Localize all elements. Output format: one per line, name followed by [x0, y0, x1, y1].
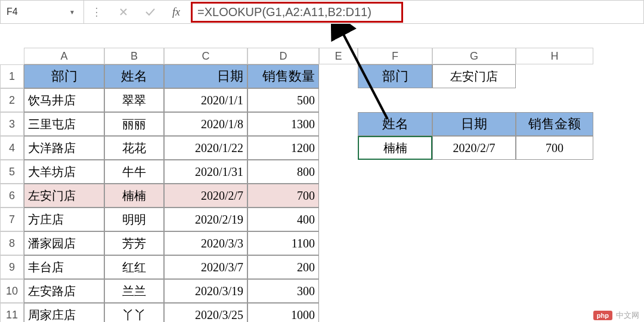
row-header[interactable]: 8	[0, 231, 24, 255]
cell[interactable]: 明明	[104, 208, 164, 231]
table-row: 8 潘家园店 芳芳 2020/3/3 1100	[0, 231, 644, 255]
cell[interactable]	[319, 136, 358, 160]
table-row: 11 周家庄店 丫丫 2020/3/25 1000	[0, 303, 644, 322]
cell[interactable]: 芳芳	[104, 231, 164, 255]
cell[interactable]: 周家庄店	[24, 303, 104, 322]
cell[interactable]: 700	[247, 184, 319, 208]
col-header-B[interactable]: B	[104, 48, 164, 64]
row-header[interactable]: 7	[0, 208, 24, 231]
header-qty[interactable]: 销售数量	[247, 64, 319, 88]
cell[interactable]: 1200	[247, 136, 319, 160]
cancel-icon[interactable]	[119, 7, 128, 17]
col-header-G[interactable]: G	[432, 48, 516, 64]
cell[interactable]: 400	[247, 208, 319, 231]
cell[interactable]: 1300	[247, 112, 319, 136]
cell[interactable]: 左安路店	[24, 279, 104, 303]
row-header[interactable]: 9	[0, 255, 24, 279]
row-header[interactable]: 1	[0, 64, 24, 88]
row-header[interactable]: 4	[0, 136, 24, 160]
cell[interactable]: 左安门店	[24, 184, 104, 208]
cell[interactable]: 2020/2/19	[164, 208, 247, 231]
row-header[interactable]: 6	[0, 184, 24, 208]
table-row: 1 部门 姓名 日期 销售数量 部门 左安门店	[0, 64, 644, 88]
table-row: 6 左安门店 楠楠 2020/2/7 700	[0, 184, 644, 208]
cell[interactable]: 1100	[247, 231, 319, 255]
result-name[interactable]: 楠楠	[358, 136, 432, 160]
name-box[interactable]: F4 ▼	[1, 1, 84, 23]
cell[interactable]: 丽丽	[104, 112, 164, 136]
table-row: 7 方庄店 明明 2020/2/19 400	[0, 208, 644, 231]
cell[interactable]: 2020/3/7	[164, 255, 247, 279]
row-header[interactable]: 5	[0, 160, 24, 184]
header-dept[interactable]: 部门	[24, 64, 104, 88]
cell[interactable]: 饮马井店	[24, 88, 104, 112]
col-header-D[interactable]: D	[247, 48, 319, 64]
header-date[interactable]: 日期	[164, 64, 247, 88]
col-header-H[interactable]: H	[516, 48, 593, 64]
result-date[interactable]: 2020/2/7	[432, 136, 516, 160]
row-header[interactable]: 2	[0, 88, 24, 112]
table-row: 10 左安路店 兰兰 2020/3/19 300	[0, 279, 644, 303]
lookup-value-dept[interactable]: 左安门店	[432, 64, 516, 88]
cell[interactable]	[319, 64, 358, 88]
cell[interactable]: 2020/1/22	[164, 136, 247, 160]
cell[interactable]: 牛牛	[104, 160, 164, 184]
cell[interactable]: 200	[247, 255, 319, 279]
cell[interactable]: 楠楠	[104, 184, 164, 208]
col-header-A[interactable]: A	[24, 48, 104, 64]
cell[interactable]: 2020/1/31	[164, 160, 247, 184]
col-header-F[interactable]: F	[358, 48, 432, 64]
cell[interactable]: 丫丫	[104, 303, 164, 322]
cell[interactable]: 三里屯店	[24, 112, 104, 136]
cell[interactable]: 1000	[247, 303, 319, 322]
cell[interactable]	[516, 64, 593, 88]
cell[interactable]: 方庄店	[24, 208, 104, 231]
row-header[interactable]: 3	[0, 112, 24, 136]
cell[interactable]: 500	[247, 88, 319, 112]
cell[interactable]	[358, 88, 432, 112]
cell[interactable]: 红红	[104, 255, 164, 279]
table-row: 3 三里屯店 丽丽 2020/1/8 1300 姓名 日期 销售金额	[0, 112, 644, 136]
cell[interactable]: 兰兰	[104, 279, 164, 303]
cell[interactable]	[319, 88, 358, 112]
cell[interactable]: 800	[247, 160, 319, 184]
cell[interactable]: 2020/1/1	[164, 88, 247, 112]
cell[interactable]: 潘家园店	[24, 231, 104, 255]
cell[interactable]	[319, 112, 358, 136]
result-header-date[interactable]: 日期	[432, 112, 516, 136]
result-amt[interactable]: 700	[516, 136, 593, 160]
result-header-amt[interactable]: 销售金额	[516, 112, 593, 136]
row-header[interactable]: 11	[0, 303, 24, 322]
cell-reference: F4	[7, 7, 18, 17]
dots-icon[interactable]: ⋮	[91, 5, 102, 18]
col-header-C[interactable]: C	[164, 48, 247, 64]
cell[interactable]: 翠翠	[104, 88, 164, 112]
cell[interactable]: 大羊坊店	[24, 160, 104, 184]
table-row: 2 饮马井店 翠翠 2020/1/1 500	[0, 88, 644, 112]
lookup-label-dept[interactable]: 部门	[358, 64, 432, 88]
cell[interactable]: 2020/2/7	[164, 184, 247, 208]
formula-text: =XLOOKUP(G1,A2:A11,B2:D11)	[191, 2, 403, 23]
watermark-badge: php	[593, 311, 612, 320]
fx-icon[interactable]: fx	[172, 6, 180, 18]
cell[interactable]: 丰台店	[24, 255, 104, 279]
cell[interactable]: 2020/1/8	[164, 112, 247, 136]
table-row: 5 大羊坊店 牛牛 2020/1/31 800	[0, 160, 644, 184]
cell[interactable]: 2020/3/19	[164, 279, 247, 303]
cell[interactable]: 大洋路店	[24, 136, 104, 160]
cell[interactable]	[516, 88, 593, 112]
table-row: 4 大洋路店 花花 2020/1/22 1200 楠楠 2020/2/7 700	[0, 136, 644, 160]
cell[interactable]: 2020/3/3	[164, 231, 247, 255]
formula-input[interactable]: =XLOOKUP(G1,A2:A11,B2:D11)	[187, 1, 643, 23]
cell[interactable]: 300	[247, 279, 319, 303]
confirm-icon[interactable]	[145, 7, 156, 17]
header-name[interactable]: 姓名	[104, 64, 164, 88]
cell[interactable]: 2020/3/25	[164, 303, 247, 322]
cell[interactable]: 花花	[104, 136, 164, 160]
row-header[interactable]: 10	[0, 279, 24, 303]
formula-bar: F4 ▼ ⋮ fx =XLOOKUP(G1,A2:A11,B2:D11)	[0, 0, 644, 24]
col-header-E[interactable]: E	[319, 48, 358, 64]
cell[interactable]	[432, 88, 516, 112]
result-header-name[interactable]: 姓名	[358, 112, 432, 136]
chevron-down-icon[interactable]: ▼	[69, 9, 78, 16]
